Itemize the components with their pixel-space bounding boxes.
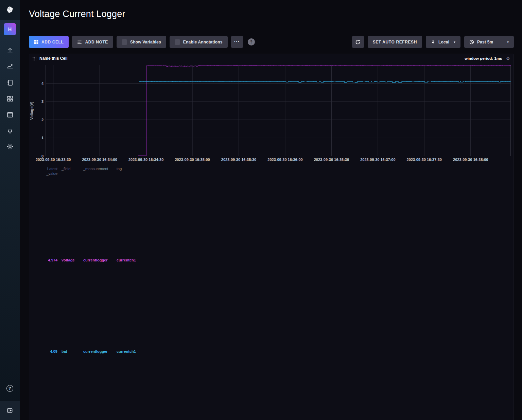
main-content: Voltage Current Logger ADD CELL ADD NOTE… [20,0,522,420]
x-tick-label: 2023-09-30 16:37:00 [360,158,395,162]
sidebar-item-tasks[interactable] [0,107,20,123]
sidebar-expand-button[interactable] [0,401,20,420]
add-note-button[interactable]: ADD NOTE [72,36,113,48]
notebook-icon [6,79,14,86]
legend-header-row: Latest _value_field_measurementtag [36,166,514,258]
legend-value: 4.09 [36,349,57,420]
avatar[interactable]: H [4,23,16,35]
chevron-down-icon: ▾ [454,40,455,44]
checkbox-icon [122,39,127,45]
pin-icon [431,40,435,44]
refresh-icon [355,39,361,45]
add-cell-button[interactable]: ADD CELL [29,36,69,48]
influxdb-cube-icon [5,5,14,14]
upload-icon [6,47,14,54]
y-tick-label: 4 [29,81,44,86]
cell-title[interactable]: Name this Cell [39,56,68,61]
chevron-down-icon: ▾ [507,40,509,44]
x-tick-label: 2023-09-30 16:35:30 [221,158,256,162]
legend-row[interactable]: 4.974voltagecurrentloggercurrentch1 [36,258,514,349]
sidebar-item-upload[interactable] [0,43,20,59]
x-tick-label: 2023-09-30 16:35:00 [175,158,210,162]
x-tick-label: 2023-09-30 16:33:30 [36,158,71,162]
toolbar: ADD CELL ADD NOTE Show Variables Enable … [29,36,514,48]
x-tick-label: 2023-09-30 16:34:30 [128,158,163,162]
add-note-label: ADD NOTE [85,40,108,44]
set-auto-refresh-button[interactable]: SET AUTO REFRESH [368,36,422,48]
show-variables-toggle[interactable]: Show Variables [117,36,166,48]
note-lines-icon [77,40,82,44]
sidebar-item-dashboards[interactable] [0,91,20,107]
sidebar: H [0,0,20,420]
checkbox-icon [175,39,180,45]
ellipsis-icon: ··· [234,39,240,44]
x-tick-label: 2023-09-30 16:38:00 [453,158,488,162]
window-period-label: window period: 1ms [465,56,502,60]
dashboards-icon [6,95,14,102]
sidebar-item-data-explorer[interactable] [0,59,20,75]
sidebar-item-notebooks[interactable] [0,75,20,91]
gear-icon [6,143,14,150]
cell-header: Name this Cell window period: 1ms ⚙ [29,54,514,63]
legend-value: voltage [62,258,79,349]
legend-value: currentlogger [83,258,112,344]
sidebar-item-alerts[interactable] [0,123,20,139]
legend-header: _measurement [83,166,112,252]
sidebar-item-help[interactable]: ? [0,380,20,396]
x-tick-label: 2023-09-30 16:34:00 [82,158,117,162]
voltage-chart-x-axis: 2023-09-30 16:33:302023-09-30 16:34:0020… [46,158,511,164]
refresh-button[interactable] [352,36,364,48]
drag-handle-icon[interactable] [32,56,36,60]
enable-annotations-label: Enable Annotations [183,40,223,44]
enable-annotations-toggle[interactable]: Enable Annotations [170,36,228,48]
show-variables-label: Show Variables [130,40,161,44]
x-tick-label: 2023-09-30 16:36:00 [267,158,302,162]
x-tick-label: 2023-09-30 16:36:30 [314,158,349,162]
graph-icon [6,63,14,70]
cell-gear-icon[interactable]: ⚙ [506,56,510,61]
series-bat [139,81,510,83]
timezone-label: Local [438,40,449,44]
legend-header: Latest _value [36,166,57,258]
plot-svg [46,65,511,156]
legend-row[interactable]: 4.09batcurrentloggercurrentch1 [36,349,514,420]
x-tick-label: 2023-09-30 16:37:30 [407,158,442,162]
y-tick-label: 1 [29,136,44,140]
legend-header: tag [117,166,143,253]
legend-value: currentch1 [117,258,143,344]
legend-value: bat [62,349,79,420]
help-icon: ? [6,385,13,392]
add-cell-label: ADD CELL [41,40,64,44]
time-range-dropdown[interactable]: Past 5m ▾ [464,36,514,48]
grid-icon [34,40,38,44]
dashboard-cell-voltage: Name this Cell window period: 1ms ⚙ 0123… [29,54,514,420]
sidebar-item-settings[interactable] [0,139,20,154]
help-button[interactable]: ? [248,38,255,45]
series-voltage [138,66,511,156]
legend-table: Latest _value_field_measurementtag4.974v… [36,166,514,420]
legend-value: 4.974 [36,258,57,349]
legend-header: _field [62,166,79,258]
clock-icon [469,40,474,44]
influxdb-logo[interactable] [0,0,20,20]
calendar-icon [6,111,14,118]
more-options-button[interactable]: ··· [231,36,243,48]
y-axis-title: Voltage(V) [30,102,34,120]
page-title: Voltage Current Logger [29,9,514,19]
time-range-label: Past 5m [477,40,493,44]
expand-icon [6,407,13,414]
voltage-chart-plot[interactable]: 01234Voltage(V) [46,65,511,156]
bell-icon [6,127,14,134]
legend-value: currentlogger [83,349,112,420]
set-auto-refresh-label: SET AUTO REFRESH [373,40,417,44]
legend-value: currentch1 [117,349,143,420]
timezone-dropdown[interactable]: Local ▾ [426,36,460,48]
